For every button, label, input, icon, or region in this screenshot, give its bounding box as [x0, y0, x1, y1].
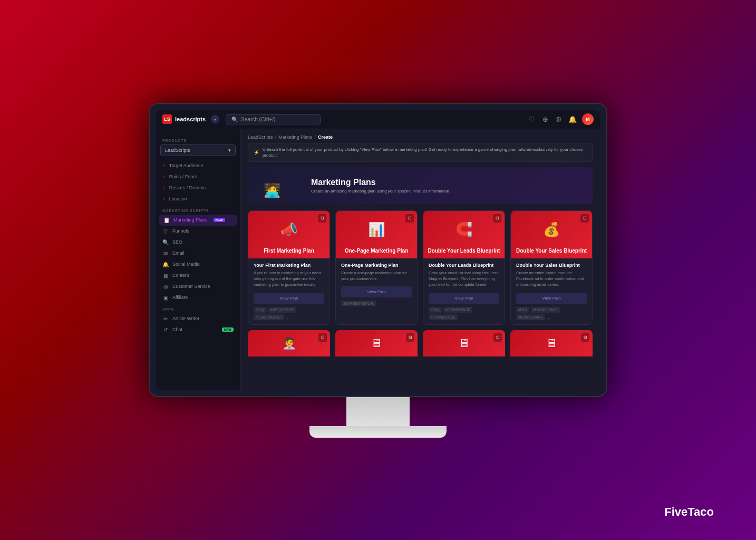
sidebar-item-label: Desires / Dreams: [169, 185, 206, 190]
card-image-double-sales: ⊡ 💰 Double Your Sales Blueprint: [511, 211, 592, 258]
apps-label: APPS: [156, 303, 240, 313]
gear-icon[interactable]: ⚙: [555, 115, 563, 123]
new-badge: NEW: [214, 218, 225, 222]
products-label: PRODUCTS: [156, 134, 240, 144]
card-corner-icon[interactable]: ⊡: [406, 333, 414, 342]
partial-card-1: ⊡ 🧑‍💼: [248, 330, 330, 356]
view-plan-button-first[interactable]: View Plan: [254, 293, 324, 304]
sidebar-item-chat[interactable]: ↺ Chat NEW: [156, 324, 240, 335]
sidebar-item-label: Affiliate: [172, 295, 188, 300]
tag: #FUNNELPAGE: [531, 307, 560, 313]
question-icon[interactable]: ⊕: [541, 115, 549, 123]
hero-banner: 🧑‍💻 Marketing Plans Create an amazing ma…: [248, 167, 593, 204]
article-writer-icon: ✏: [162, 316, 169, 322]
sidebar-item-email[interactable]: ✉ Email: [156, 248, 240, 259]
tag: #FUNNELPAGE: [429, 314, 458, 320]
card-corner-icon[interactable]: ⊡: [581, 333, 589, 342]
view-plan-button-double-leads[interactable]: View Plan: [429, 293, 499, 304]
card-image-first: ⊡ 📣 First Marketing Plan: [248, 211, 329, 258]
sidebar-item-label: Pains / Fears: [169, 174, 197, 179]
sidebar-item-article-writer[interactable]: ✏ Article Writer: [156, 313, 240, 324]
tag: #FUNNELPAGE: [516, 314, 545, 320]
plus-icon: +: [162, 174, 166, 180]
breadcrumb-create: Create: [318, 134, 333, 140]
customer-service-icon: ◎: [162, 284, 169, 290]
plan-card-double-sales: ⊡ 💰 Double Your Sales Blueprint Double Y…: [510, 210, 593, 325]
monitor-stand-neck: [346, 397, 410, 426]
sidebar-item-label: Social Media: [172, 262, 200, 267]
card-title-first: Your First Marketing Plan: [254, 263, 324, 268]
plan-card-double-leads: ⊡ 🧲 Double Your Leads Blueprint Double Y…: [423, 210, 505, 325]
bell-icon[interactable]: 🔔: [568, 115, 577, 123]
plan-card-one-page: ⊡ 📊 One-Page Marketing Plan One-Page Mar…: [335, 210, 418, 325]
leadscripts-dropdown[interactable]: LeadScripts ▾: [160, 144, 236, 156]
view-plan-button-double-sales[interactable]: View Plan: [516, 293, 587, 304]
cards-grid: ⊡ 📣 First Marketing Plan Your First Mark…: [248, 210, 593, 325]
card-tags-double-leads: #FAQ #FUNNELPAGE #FUNNELPAGE ...: [429, 307, 499, 320]
card-body-double-leads: Double Your Leads Blueprint Grow your em…: [423, 258, 505, 324]
search-icon: 🔍: [231, 117, 238, 122]
sidebar-item-pains-fears[interactable]: + Pains / Fears: [156, 171, 240, 182]
breadcrumb-sep-2: /: [315, 134, 316, 140]
partial-card-icon: 🖥: [371, 336, 382, 350]
monitor-screen: LS leadscripts ● 🔍 Search (Ctrl+/) ♡ ⊕ ⚙…: [156, 110, 600, 390]
sidebar-item-target-audience[interactable]: + Target Audience: [156, 160, 240, 171]
tag-dots: ...: [547, 315, 550, 320]
sidebar-item-social-media[interactable]: 🔔 Social Media: [156, 259, 240, 270]
monitor-outer: LS leadscripts ● 🔍 Search (Ctrl+/) ♡ ⊕ ⚙…: [149, 103, 607, 397]
card-corner-icon[interactable]: ⊡: [580, 214, 589, 223]
card-corner-icon[interactable]: ⊡: [318, 214, 326, 223]
sidebar-item-label: Email: [172, 250, 185, 256]
sidebar-item-location[interactable]: + Location: [156, 194, 240, 205]
heart-icon[interactable]: ♡: [527, 115, 536, 123]
breadcrumb-marketing-plans[interactable]: Marketing Plans: [278, 134, 313, 140]
card-body-first: Your First Marketing Plan If you're new …: [248, 258, 329, 324]
partial-card-3: ⊡ 🖥: [423, 330, 505, 356]
card-corner-icon[interactable]: ⊡: [493, 333, 502, 342]
card-corner-icon[interactable]: ⊡: [318, 333, 327, 342]
plus-icon: +: [162, 185, 166, 191]
card-image-double-leads: ⊡ 🧲 Double Your Leads Blueprint: [423, 211, 505, 258]
hero-subtitle: Create an amazing marketing plan using y…: [311, 189, 450, 194]
hero-title: Marketing Plans: [311, 178, 450, 187]
avatar[interactable]: M: [582, 113, 594, 125]
logo-text: leadscripts: [175, 116, 206, 122]
sidebar-item-label: Chat: [172, 327, 182, 332]
sidebar-item-funnels[interactable]: ▽ Funnels: [156, 226, 240, 237]
app-header: LS leadscripts ● 🔍 Search (Ctrl+/) ♡ ⊕ ⚙…: [156, 110, 600, 129]
view-plan-button-one-page[interactable]: View Plan: [341, 286, 412, 297]
sidebar-item-content[interactable]: ▦ Content: [156, 270, 240, 281]
card-desc-double-leads: Grow your email list fast using this Lea…: [429, 270, 499, 288]
plus-icon: +: [162, 196, 166, 202]
hero-illustration: 🧑‍💻: [258, 170, 301, 201]
card-image-title: Double Your Sales Blueprint: [511, 247, 592, 254]
card-tags-double-sales: #FAQ #FUNNELPAGE #FUNNELPAGE ...: [516, 307, 587, 320]
bottom-cards-partial: ⊡ 🧑‍💼 ⊡ 🖥 ⊡ 🖥 ⊡ 🖥: [248, 330, 593, 356]
sidebar-item-seo[interactable]: 🔍 SEO: [156, 237, 240, 248]
sidebar-item-desires-dreams[interactable]: + Desires / Dreams: [156, 182, 240, 194]
card-title-double-leads: Double Your Leads Blueprint: [429, 263, 499, 268]
tag-dots: ...: [459, 315, 463, 320]
logo-icon: LS: [162, 114, 172, 124]
sidebar-item-label: Location: [169, 196, 187, 201]
sidebar-item-customer-service[interactable]: ◎ Customer Service: [156, 281, 240, 292]
breadcrumb-sep-1: /: [275, 134, 277, 140]
monitor-stand-base: [309, 426, 447, 438]
card-corner-icon[interactable]: ⊡: [493, 214, 501, 223]
search-placeholder: Search (Ctrl+/): [241, 117, 275, 122]
breadcrumb: LeadScripts / Marketing Plans / Create: [248, 134, 593, 140]
card-corner-icon[interactable]: ⊡: [405, 214, 414, 223]
tag: #FAQ: [429, 307, 442, 313]
info-text: Unleash the full potential of your produ…: [263, 147, 587, 158]
breadcrumb-leadscripts[interactable]: LeadScripts: [248, 134, 273, 140]
card-image-title: One-Page Marketing Plan: [336, 247, 417, 254]
info-icon: ⚡: [254, 150, 259, 155]
tag: #FAQ: [516, 307, 529, 313]
sidebar-item-marketing-plans[interactable]: 📋 Marketing Plans NEW: [159, 215, 237, 226]
sidebar-item-affiliate[interactable]: ▣ Affiliate: [156, 292, 240, 303]
dropdown-label: LeadScripts: [165, 148, 190, 153]
search-bar[interactable]: 🔍 Search (Ctrl+/): [226, 114, 321, 124]
header-circle[interactable]: ●: [211, 115, 219, 123]
chevron-down-icon: ▾: [228, 148, 231, 153]
fivetaco-brand: FiveTaco: [664, 505, 714, 519]
